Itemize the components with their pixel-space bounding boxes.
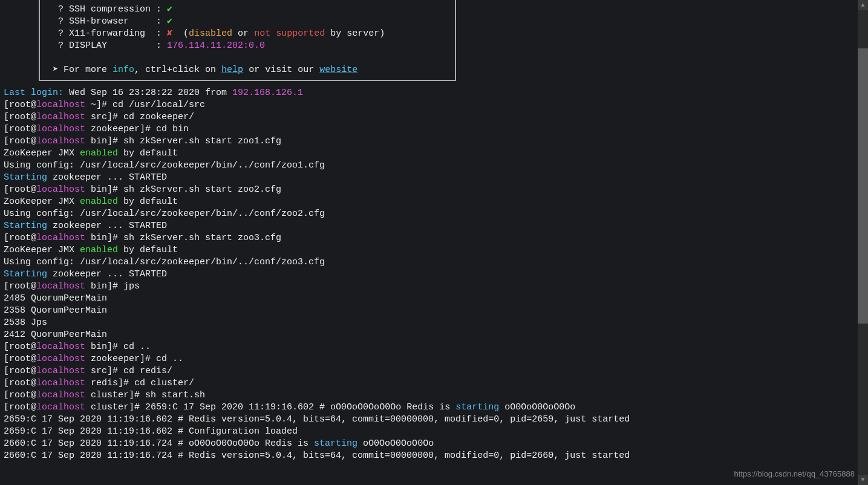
last-login-label: Last login:: [4, 88, 64, 98]
hostname: localhost: [36, 402, 85, 412]
scroll-up-button[interactable]: ▲: [858, 0, 868, 10]
prompt-line: [root@localhost src]# cd zookeeper/: [4, 111, 858, 123]
output-line: 2485 QuorumPeerMain: [4, 293, 858, 305]
prompt-line: [root@localhost src]# cd redis/: [4, 365, 858, 377]
more-text: For more: [64, 65, 113, 75]
hostname: localhost: [36, 233, 85, 243]
command: jps: [123, 281, 140, 291]
x11-forwarding-line: ? X11-forwarding : ✘ (disabled or not su…: [47, 28, 448, 40]
hostname: localhost: [36, 281, 85, 291]
command: sh start.sh: [145, 390, 205, 400]
check-icon: ✔: [167, 4, 172, 15]
website-link[interactable]: website: [319, 65, 357, 75]
command: sh zkServer.sh start zoo3.cfg: [123, 233, 281, 243]
last-login-time: Wed Sep 16 23:28:22 2020 from: [64, 88, 232, 98]
check-icon: ✔: [167, 16, 172, 27]
command: cd zookeeper/: [123, 112, 194, 122]
output-line: Starting zookeeper ... STARTED: [4, 172, 858, 184]
command: sh zkServer.sh start zoo1.cfg: [123, 136, 281, 146]
x11-label: ? X11-forwarding :: [47, 28, 167, 39]
vertical-scrollbar[interactable]: ▲ ▼: [858, 0, 868, 485]
hostname: localhost: [36, 378, 85, 388]
cross-icon: ✘: [167, 28, 172, 39]
prompt-line: [root@localhost bin]# sh zkServer.sh sta…: [4, 135, 858, 148]
output-line: 2412 QuorumPeerMain: [4, 329, 858, 341]
display-line: ? DISPLAY : 176.114.11.202:0.0: [47, 40, 448, 52]
display-value: 176.114.11.202:0.0: [167, 41, 265, 51]
command: cd ..: [156, 354, 183, 364]
output-line: Starting zookeeper ... STARTED: [4, 269, 858, 281]
x11-by-server: by server): [325, 28, 385, 39]
output-line: Using config: /usr/local/src/zookeeper/b…: [4, 160, 858, 172]
prompt-line: [root@localhost bin]# sh zkServer.sh sta…: [4, 232, 858, 244]
output-line: 2538 Jps: [4, 317, 858, 329]
display-label: ? DISPLAY :: [47, 41, 167, 51]
output-line: Using config: /usr/local/src/zookeeper/b…: [4, 208, 858, 220]
x11-disabled: disabled: [189, 28, 232, 39]
watermark-text: https://blog.csdn.net/qq_43765888: [734, 468, 855, 480]
ssh-compression-label: ? SSH compression :: [47, 4, 167, 15]
scroll-thumb[interactable]: [858, 48, 868, 324]
enabled-word: enabled: [80, 245, 118, 255]
prompt-line: [root@localhost bin]# sh zkServer.sh sta…: [4, 184, 858, 196]
starting-word: Starting: [4, 269, 47, 279]
prompt-line: [root@localhost cluster]# sh start.sh: [4, 389, 858, 402]
output-line: 2660:C 17 Sep 2020 11:19:16.724 # Redis …: [4, 450, 858, 462]
command: cd bin: [156, 124, 189, 134]
more-text: or visit our: [243, 65, 319, 75]
command: cd /usr/local/src: [113, 100, 205, 110]
motd-box: ? SSH compression : ✔ ? SSH-browser : ✔ …: [39, 0, 456, 81]
hostname: localhost: [36, 354, 85, 364]
output-line: 2358 QuorumPeerMain: [4, 305, 858, 317]
starting-word: Starting: [4, 172, 47, 183]
more-info-line: ➤ For more info, ctrl+click on help or v…: [47, 64, 448, 76]
prompt-line: [root@localhost zookeeper]# cd bin: [4, 123, 858, 135]
arrow-icon: ➤: [47, 65, 64, 75]
hostname: localhost: [36, 366, 85, 376]
ssh-browser-label: ? SSH-browser :: [47, 16, 167, 27]
output-line: ZooKeeper JMX enabled by default: [4, 148, 858, 160]
hostname: localhost: [36, 342, 85, 352]
command: cd redis/: [123, 366, 172, 376]
last-login-line: Last login: Wed Sep 16 23:28:22 2020 fro…: [4, 87, 858, 99]
command: cd ..: [123, 342, 151, 352]
prompt-line: [root@localhost bin]# cd ..: [4, 341, 858, 353]
starting-word: starting: [455, 402, 499, 412]
output-line: 2660:C 17 Sep 2020 11:19:16.724 # oO0OoO…: [4, 438, 858, 450]
command: cd cluster/: [134, 378, 194, 388]
ssh-browser-line: ? SSH-browser : ✔: [47, 16, 448, 28]
prompt-line: [root@localhost ~]# cd /usr/local/src: [4, 99, 858, 111]
paren-open: (: [172, 28, 189, 39]
prompt-line: [root@localhost bin]# jps: [4, 281, 858, 293]
output-line: Starting zookeeper ... STARTED: [4, 220, 858, 232]
x11-not-supported: not supported: [254, 28, 325, 39]
hostname: localhost: [36, 112, 85, 122]
hostname: localhost: [36, 390, 85, 400]
output-line: 2659:C 17 Sep 2020 11:19:16.602 # Redis …: [4, 414, 858, 426]
prompt-line: [root@localhost redis]# cd cluster/: [4, 377, 858, 389]
prompt-line: [root@localhost zookeeper]# cd ..: [4, 353, 858, 365]
command: sh zkServer.sh start zoo2.cfg: [123, 184, 281, 195]
enabled-word: enabled: [80, 197, 118, 207]
output-line: 2659:C 17 Sep 2020 11:19:16.602 # Config…: [4, 426, 858, 438]
redis-output: 2659:C 17 Sep 2020 11:19:16.602 # oO0OoO…: [145, 402, 455, 412]
scroll-down-button[interactable]: ▼: [858, 475, 868, 485]
info-word: info: [113, 65, 134, 75]
hostname: localhost: [36, 136, 85, 146]
terminal-output: Last login: Wed Sep 16 23:28:22 2020 fro…: [0, 87, 858, 462]
hostname: localhost: [36, 184, 85, 195]
starting-word: starting: [314, 438, 357, 449]
blank-line: [47, 52, 448, 64]
ssh-compression-line: ? SSH compression : ✔: [47, 4, 448, 16]
enabled-word: enabled: [80, 148, 118, 158]
last-login-ip: 192.168.126.1: [232, 88, 303, 98]
help-link[interactable]: help: [221, 65, 243, 75]
starting-word: Starting: [4, 221, 47, 231]
terminal-window[interactable]: ? SSH compression : ✔ ? SSH-browser : ✔ …: [0, 0, 858, 485]
prompt-line: [root@localhost cluster]# 2659:C 17 Sep …: [4, 402, 858, 414]
hostname: localhost: [36, 100, 85, 110]
output-line: Using config: /usr/local/src/zookeeper/b…: [4, 256, 858, 269]
x11-or: or: [232, 28, 254, 39]
output-line: ZooKeeper JMX enabled by default: [4, 196, 858, 208]
more-text: , ctrl+click on: [134, 65, 221, 75]
